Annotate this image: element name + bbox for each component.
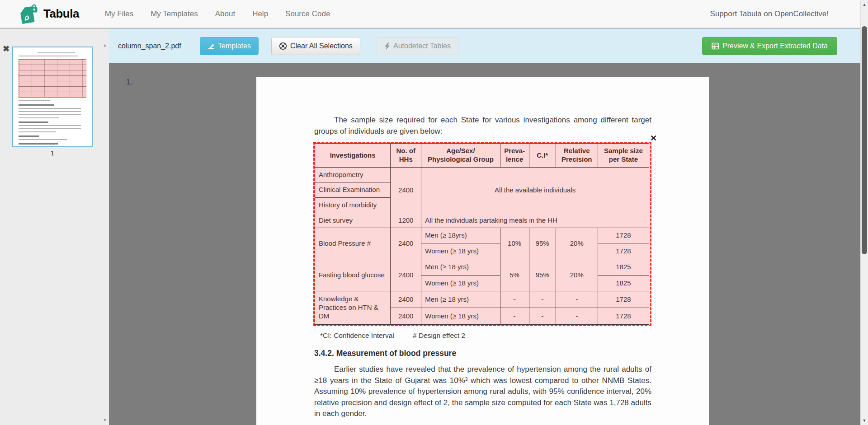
export-button-label: Preview & Export Extracted Data bbox=[722, 42, 828, 50]
clear-selections-label: Clear All Selections bbox=[290, 42, 353, 50]
table-cell: Fasting blood glucose bbox=[315, 259, 391, 291]
tabula-logo-icon bbox=[18, 3, 39, 25]
table-cell: - bbox=[500, 291, 529, 308]
thumbnail-text-line bbox=[19, 111, 81, 112]
table-selection[interactable]: ✕ Investigations No. of HHs Age/Sex/ Phy… bbox=[313, 142, 651, 326]
table-cell: - bbox=[500, 308, 529, 325]
table-cell: 1825 bbox=[598, 259, 649, 276]
thumbnail-text-line bbox=[19, 117, 59, 118]
pdf-page[interactable]: The sample size required for each State … bbox=[256, 77, 709, 425]
page-number-label: 1. bbox=[126, 78, 132, 86]
col-ci: C.I* bbox=[529, 144, 556, 168]
table-cell: 2400 bbox=[391, 259, 421, 291]
thumbnail-heading-line bbox=[19, 135, 39, 137]
thumbnail-heading-line bbox=[19, 104, 54, 106]
lightning-icon bbox=[384, 42, 390, 50]
table-row: Anthropometry 2400 All the available ind… bbox=[315, 168, 649, 182]
templates-button-label: Templates bbox=[218, 42, 251, 50]
pdf-toolbar: column_span_2.pdf Templates Clear All Se… bbox=[109, 28, 860, 63]
nav-my-templates[interactable]: My Templates bbox=[142, 0, 207, 28]
table-row: Knowledge & Practices on HTN & DM 2400 M… bbox=[315, 291, 649, 308]
pages-sidebar: ✖ 1 ▲ ▼ bbox=[0, 28, 109, 425]
table-cell: Clinical Examination bbox=[315, 182, 391, 198]
table-cell: Blood Pressure # bbox=[315, 228, 391, 259]
table-cell: 2400 bbox=[391, 291, 421, 308]
table-cell: Men (≥ 18yrs) bbox=[421, 228, 500, 243]
table-cell: Women (≥ 18 yrs) bbox=[421, 243, 500, 259]
col-investigations: Investigations bbox=[315, 144, 391, 168]
table-cell: 1200 bbox=[391, 213, 421, 228]
support-link[interactable]: Support Tabula on OpenCollective! bbox=[710, 9, 829, 19]
table-row: Fasting blood glucose 2400 Men (≥ 18 yrs… bbox=[315, 259, 649, 276]
table-cell: - bbox=[529, 291, 556, 308]
page-thumbnail[interactable] bbox=[12, 47, 93, 147]
nav-my-files[interactable]: My Files bbox=[96, 0, 142, 28]
table-cell: 5% bbox=[500, 259, 529, 291]
brand[interactable]: Tabula bbox=[18, 3, 79, 25]
circle-x-icon bbox=[279, 42, 287, 50]
top-navbar: Tabula My Files My Templates About Help … bbox=[0, 0, 860, 28]
table-row: Blood Pressure # 2400 Men (≥ 18yrs) 10% … bbox=[315, 228, 649, 243]
thumbnail-text-line bbox=[19, 147, 81, 147]
table-cell: - bbox=[556, 308, 598, 325]
main-nav: My Files My Templates About Help Source … bbox=[96, 0, 339, 28]
col-sample-size: Sample size per State bbox=[598, 144, 649, 168]
thumbnail-text-line bbox=[38, 52, 75, 53]
autodetect-tables-button[interactable]: Autodetect Tables bbox=[377, 37, 458, 55]
scrollbar-thumb[interactable] bbox=[862, 26, 867, 254]
col-hhs: No. of HHs bbox=[391, 144, 421, 168]
table-cell: 20% bbox=[556, 259, 598, 291]
col-prevalence: Preva- lence bbox=[500, 144, 529, 168]
remove-page-icon[interactable]: ✖ bbox=[3, 45, 9, 53]
table-cell: All the individuals partaking meals in t… bbox=[421, 213, 649, 228]
table-cell: 1728 bbox=[598, 243, 649, 259]
thumbnail-text-line bbox=[19, 139, 67, 140]
thumbnail-selection-preview bbox=[19, 59, 86, 98]
table-cell: Diet survey bbox=[315, 213, 391, 228]
templates-button[interactable]: Templates bbox=[200, 37, 259, 55]
table-cell: 1728 bbox=[598, 228, 649, 243]
sidebar-scrollbar[interactable]: ▲ ▼ bbox=[101, 28, 109, 425]
col-age-sex: Age/Sex/ Physiological Group bbox=[421, 144, 500, 168]
templates-icon bbox=[208, 42, 215, 50]
table-footnotes: *CI: Confidence Interval # Design effect… bbox=[320, 332, 465, 340]
col-relative-precision: Relative Precision bbox=[556, 144, 598, 168]
table-cell: Women (≥ 18 yrs) bbox=[421, 308, 500, 325]
table-cell: - bbox=[529, 308, 556, 325]
export-button[interactable]: Preview & Export Extracted Data bbox=[702, 37, 837, 55]
thumbnail-text-line bbox=[19, 128, 81, 129]
scroll-up-icon[interactable]: ▲ bbox=[861, 2, 868, 7]
clear-selections-button[interactable]: Clear All Selections bbox=[271, 37, 360, 55]
table-cell: 10% bbox=[500, 228, 529, 259]
footnote-design-effect: # Design effect 2 bbox=[413, 332, 465, 339]
body-paragraph: Earlier studies have revealed that the p… bbox=[314, 364, 651, 420]
table-cell: 2400 bbox=[391, 228, 421, 259]
brand-name: Tabula bbox=[43, 7, 79, 21]
scroll-up-icon[interactable]: ▲ bbox=[101, 43, 109, 47]
table-grid-icon bbox=[712, 42, 719, 50]
intro-paragraph: The sample size required for each State … bbox=[314, 115, 651, 137]
table-cell: 2400 bbox=[391, 168, 421, 213]
footnote-ci: *CI: Confidence Interval bbox=[320, 332, 394, 339]
nav-help[interactable]: Help bbox=[244, 0, 277, 28]
thumbnail-page-number: 1 bbox=[12, 149, 93, 157]
remove-selection-icon[interactable]: ✕ bbox=[650, 134, 657, 142]
window-scrollbar[interactable]: ▲ ▼ bbox=[860, 0, 868, 425]
pdf-table: Investigations No. of HHs Age/Sex/ Physi… bbox=[315, 143, 649, 325]
thumbnail-text-line bbox=[19, 108, 81, 109]
scroll-down-icon[interactable]: ▼ bbox=[861, 418, 868, 423]
nav-about[interactable]: About bbox=[207, 0, 244, 28]
thumbnail-text-line bbox=[19, 114, 81, 115]
table-cell: - bbox=[556, 291, 598, 308]
table-cell: 1825 bbox=[598, 276, 649, 291]
pdf-filename: column_span_2.pdf bbox=[118, 28, 181, 63]
nav-source-code[interactable]: Source Code bbox=[277, 0, 339, 28]
table-cell: 95% bbox=[529, 228, 556, 259]
scroll-down-icon[interactable]: ▼ bbox=[101, 418, 109, 422]
section-heading: 3.4.2. Measurement of blood pressure bbox=[314, 349, 456, 358]
document-area: 1. The sample size required for each Sta… bbox=[109, 63, 860, 425]
thumbnail-heading-line bbox=[19, 143, 58, 145]
table-cell: 95% bbox=[529, 259, 556, 291]
table-cell: 1728 bbox=[598, 291, 649, 308]
table-cell: Men (≥ 18 yrs) bbox=[421, 259, 500, 276]
